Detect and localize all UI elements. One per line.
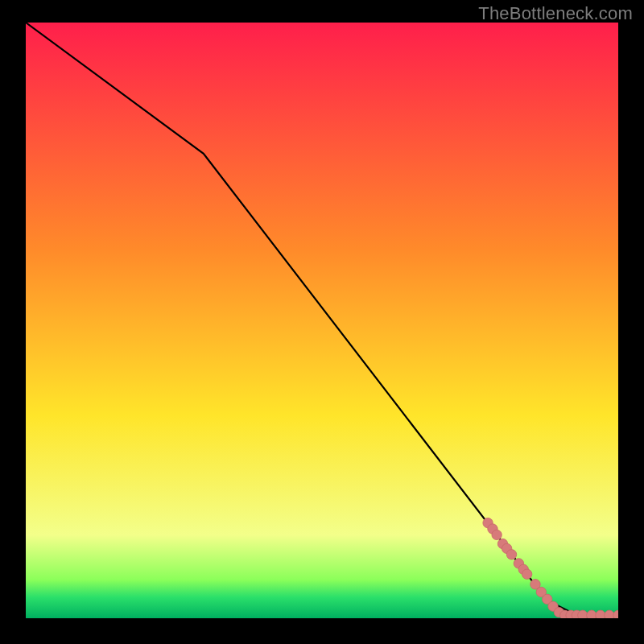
chart-stage: TheBottleneck.com bbox=[0, 0, 644, 644]
plot-svg bbox=[26, 23, 618, 618]
data-marker bbox=[492, 530, 502, 539]
watermark-text: TheBottleneck.com bbox=[478, 3, 633, 24]
data-marker bbox=[506, 550, 516, 559]
data-marker bbox=[522, 569, 531, 579]
data-marker bbox=[587, 610, 597, 618]
gradient-background bbox=[26, 23, 618, 618]
data-marker bbox=[605, 610, 614, 618]
data-marker bbox=[596, 610, 605, 618]
plot-area bbox=[26, 23, 618, 618]
data-marker bbox=[578, 610, 588, 618]
